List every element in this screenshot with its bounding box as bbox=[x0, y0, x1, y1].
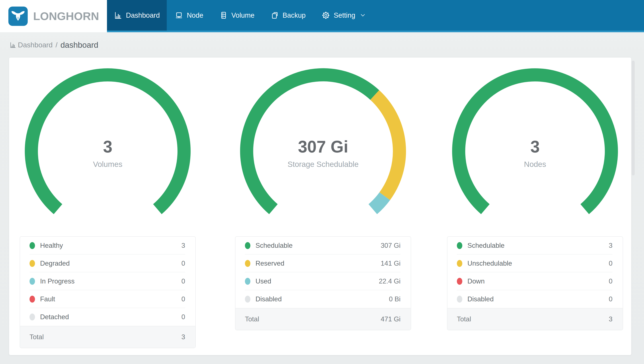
legend-total-row: Total3 bbox=[447, 308, 623, 330]
legend-total-label: Total bbox=[30, 333, 181, 341]
legend-label: Unschedulable bbox=[468, 260, 609, 267]
storage-gauge-chart bbox=[239, 68, 407, 235]
legend-value: 0 bbox=[609, 260, 612, 267]
legend-color-dot bbox=[30, 278, 35, 285]
gauge-segment-healthy bbox=[31, 75, 184, 209]
legend-value: 0 bbox=[181, 313, 185, 321]
legend-row-unschedulable: Unschedulable0 bbox=[447, 254, 623, 272]
legend-value: 307 Gi bbox=[381, 242, 400, 250]
dashboard-card: 3 Volumes Healthy3Degraded0In Progress0F… bbox=[9, 58, 631, 355]
legend-label: Detached bbox=[40, 313, 181, 321]
bar-chart-icon bbox=[10, 42, 16, 48]
legend-value: 0 bbox=[609, 295, 612, 303]
legend-label: Disabled bbox=[256, 295, 389, 303]
vertical-scrollbar-thumb[interactable] bbox=[632, 61, 635, 176]
nav-tab-node[interactable]: Node bbox=[167, 0, 212, 30]
legend-color-dot bbox=[30, 296, 35, 302]
legend-row-schedulable: Schedulable307 Gi bbox=[236, 237, 411, 254]
top-navbar: LONGHORN Dashboard Node Volume bbox=[0, 0, 644, 32]
legend-label: Schedulable bbox=[468, 242, 609, 250]
longhorn-logo bbox=[8, 6, 28, 26]
legend-color-dot bbox=[245, 242, 250, 249]
legend-label: In Progress bbox=[40, 278, 181, 285]
main-nav: Dashboard Node Volume Backup bbox=[107, 0, 644, 30]
storage-gauge: 307 Gi Storage Schedulable bbox=[239, 68, 407, 235]
legend-row-down: Down0 bbox=[447, 272, 623, 290]
legend-row-schedulable: Schedulable3 bbox=[447, 237, 623, 254]
legend-total-row: Total3 bbox=[20, 326, 195, 348]
legend-total-label: Total bbox=[457, 315, 609, 323]
legend-value: 0 bbox=[181, 260, 185, 267]
nodes-panel: 3 Nodes Schedulable3Unschedulable0Down0D… bbox=[444, 68, 626, 330]
breadcrumb-current-page: dashboard bbox=[60, 40, 98, 50]
legend-color-dot bbox=[30, 260, 35, 267]
nav-tab-label: Dashboard bbox=[126, 12, 160, 19]
gauge-segment-schedulable bbox=[459, 75, 612, 209]
legend-row-disabled: Disabled0 Bi bbox=[236, 290, 411, 308]
legend-value: 3 bbox=[181, 242, 185, 250]
legend-row-disabled: Disabled0 bbox=[447, 290, 623, 308]
nav-tab-label: Volume bbox=[232, 12, 254, 19]
legend-color-dot bbox=[457, 296, 462, 302]
legend-row-degraded: Degraded0 bbox=[20, 254, 195, 272]
bull-icon bbox=[9, 7, 27, 25]
copy-icon bbox=[270, 11, 279, 20]
legend-color-dot bbox=[30, 314, 35, 320]
legend-row-detached: Detached0 bbox=[20, 308, 195, 326]
legend-label: Disabled bbox=[468, 295, 609, 303]
legend-color-dot bbox=[457, 278, 462, 285]
volumes-gauge-chart bbox=[24, 68, 192, 235]
legend-label: Reserved bbox=[256, 260, 381, 267]
legend-value: 141 Gi bbox=[381, 260, 400, 267]
gauge-segment-reserved bbox=[375, 95, 400, 196]
nav-tab-setting[interactable]: Setting bbox=[314, 0, 374, 30]
legend-label: Down bbox=[468, 278, 609, 285]
legend-color-dot bbox=[245, 278, 250, 285]
volumes-legend-table: Healthy3Degraded0In Progress0Fault0Detac… bbox=[20, 236, 196, 348]
breadcrumb-separator: / bbox=[56, 41, 58, 49]
legend-color-dot bbox=[457, 242, 462, 249]
legend-color-dot bbox=[245, 296, 250, 302]
legend-value: 0 Bi bbox=[389, 295, 400, 303]
legend-total-row: Total471 Gi bbox=[236, 308, 411, 330]
legend-row-reserved: Reserved141 Gi bbox=[236, 254, 411, 272]
gear-icon bbox=[322, 11, 330, 20]
legend-label: Schedulable bbox=[256, 242, 381, 250]
legend-color-dot bbox=[30, 242, 35, 249]
legend-label: Healthy bbox=[40, 242, 181, 250]
storage-panel: 307 Gi Storage Schedulable Schedulable30… bbox=[232, 68, 414, 330]
legend-color-dot bbox=[245, 260, 250, 267]
nodes-legend-table: Schedulable3Unschedulable0Down0Disabled0… bbox=[447, 236, 623, 330]
legend-value: 0 bbox=[181, 295, 185, 303]
volumes-gauge: 3 Volumes bbox=[24, 68, 192, 235]
nav-tab-backup[interactable]: Backup bbox=[262, 0, 314, 30]
legend-total-label: Total bbox=[245, 315, 381, 323]
breadcrumb-section[interactable]: Dashboard bbox=[18, 41, 53, 49]
nav-tab-label: Setting bbox=[334, 12, 355, 19]
legend-value: 3 bbox=[609, 242, 612, 250]
brand-name: LONGHORN bbox=[33, 10, 99, 22]
gauge-segment-used bbox=[373, 196, 385, 209]
nav-tab-volume[interactable]: Volume bbox=[212, 0, 262, 30]
legend-total-value: 3 bbox=[181, 333, 185, 341]
bar-chart-icon bbox=[114, 11, 122, 20]
storage-stack-icon bbox=[220, 11, 228, 20]
legend-row-in-progress: In Progress0 bbox=[20, 272, 195, 290]
breadcrumb: Dashboard / dashboard bbox=[0, 32, 644, 58]
legend-row-healthy: Healthy3 bbox=[20, 237, 195, 254]
nodes-gauge: 3 Nodes bbox=[451, 68, 619, 235]
storage-legend-table: Schedulable307 GiReserved141 GiUsed22.4 … bbox=[235, 236, 411, 330]
legend-total-value: 3 bbox=[609, 315, 612, 323]
laptop-icon bbox=[175, 11, 183, 20]
gauge-segment-schedulable bbox=[247, 75, 375, 209]
nodes-gauge-chart bbox=[451, 68, 619, 235]
nav-tab-dashboard[interactable]: Dashboard bbox=[107, 0, 167, 30]
chevron-down-icon bbox=[360, 12, 366, 18]
brand: LONGHORN bbox=[0, 0, 107, 32]
legend-total-value: 471 Gi bbox=[381, 315, 400, 323]
legend-label: Degraded bbox=[40, 260, 181, 267]
legend-label: Fault bbox=[40, 295, 181, 303]
legend-value: 22.4 Gi bbox=[379, 278, 400, 285]
legend-row-fault: Fault0 bbox=[20, 290, 195, 308]
volumes-panel: 3 Volumes Healthy3Degraded0In Progress0F… bbox=[16, 68, 199, 348]
